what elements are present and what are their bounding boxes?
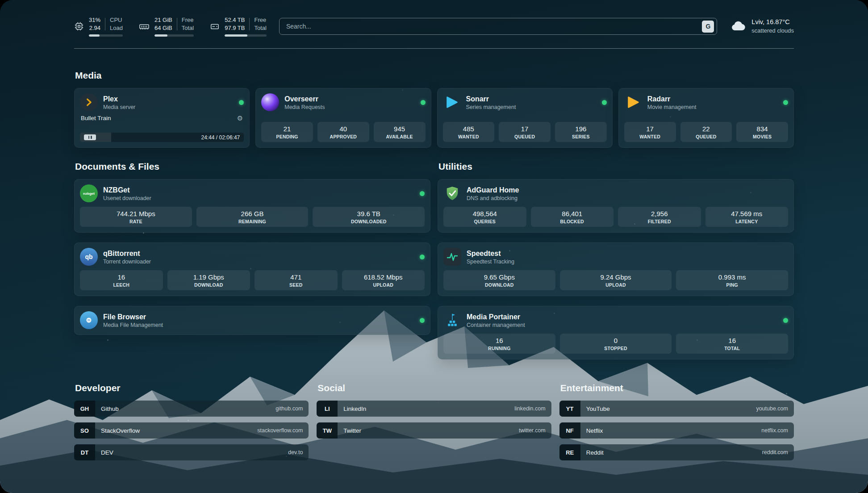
- card-title: qBittorrent: [103, 249, 151, 258]
- filebrowser-icon: [80, 311, 98, 329]
- weather-location: Lviv, 16.87°C: [751, 17, 794, 27]
- card-title: Plex: [103, 95, 135, 104]
- plex-card-header: Plex Media server: [80, 93, 244, 111]
- search-input[interactable]: [286, 23, 702, 30]
- sonarr-card[interactable]: Sonarr Series management 485 WANTED 17 Q…: [437, 88, 613, 148]
- qbittorrent-icon-text: qb: [85, 253, 92, 260]
- disk-widget-text: 52.4 TB 97.9 TB Free Total: [225, 16, 267, 32]
- weather-condition: scattered clouds: [751, 27, 794, 35]
- widget-divider: [177, 18, 177, 30]
- nzbget-card[interactable]: nzbget NZBGet Usenet downloader 744.21 M…: [74, 179, 430, 233]
- media-section: Media Plex Media server: [74, 70, 794, 148]
- cpu-label: CPU: [110, 16, 123, 24]
- overseerr-icon: [261, 93, 279, 111]
- card-title: Sonarr: [466, 95, 516, 104]
- bookmark-netflix[interactable]: NF Netflix netflix.com: [559, 422, 794, 439]
- bookmark-domain: youtube.com: [756, 405, 788, 412]
- sonarr-card-header: Sonarr Series management: [443, 93, 607, 111]
- stat-remaining: 266 GB REMAINING: [196, 207, 309, 227]
- header-bar: 31% 2.94 CPU Load: [74, 0, 794, 37]
- dashboard-screen: 31% 2.94 CPU Load: [0, 0, 868, 493]
- stat-latency: 47.569 ms LATENCY: [705, 207, 789, 227]
- bookmark-name: StackOverflow: [101, 427, 140, 434]
- qbittorrent-stats: 16 LEECH 1.19 Gbps DOWNLOAD 471 SEED: [80, 266, 425, 290]
- plex-card[interactable]: Plex Media server Bullet Train ⚙ 24:44 /…: [74, 88, 250, 148]
- stat-queued: 17 QUEUED: [499, 122, 551, 142]
- stat-rate: 744.21 Mbps RATE: [80, 207, 192, 227]
- bookmark-reddit[interactable]: RE Reddit reddit.com: [559, 444, 794, 460]
- memory-widget: 21 GiB 64 GiB Free Total: [139, 16, 194, 37]
- memory-progress-track: [154, 34, 194, 37]
- speedtest-card[interactable]: Speedtest Speedtest Tracking 9.65 Gbps D…: [438, 242, 794, 296]
- bookmark-domain: twitter.com: [519, 427, 546, 434]
- utilities-cards: AdGuard Home DNS and adblocking 498,564 …: [438, 179, 794, 359]
- cloud-icon: [730, 17, 746, 35]
- radarr-card[interactable]: Radarr Movie management 17 WANTED 22 QUE…: [618, 88, 794, 148]
- overseerr-card-header: Overseerr Media Requests: [261, 93, 425, 111]
- qbittorrent-card[interactable]: qb qBittorrent Torrent downloader 16: [74, 242, 430, 296]
- bookmark-stackoverflow[interactable]: SO StackOverflow stackoverflow.com: [74, 422, 309, 439]
- now-playing-row: Bullet Train ⚙: [81, 115, 243, 121]
- stat-wanted: 485 WANTED: [443, 122, 495, 142]
- qbittorrent-card-header: qb qBittorrent Torrent downloader: [80, 248, 425, 266]
- portainer-card[interactable]: Media Portainer Container management 16 …: [438, 306, 794, 359]
- bookmark-twitter[interactable]: TW Twitter twitter.com: [317, 422, 551, 439]
- disk-free-value: 52.4 TB: [225, 16, 245, 24]
- bookmark-domain: dev.to: [288, 449, 303, 455]
- search-bar[interactable]: G: [279, 18, 717, 35]
- social-group-title: Social: [317, 383, 551, 393]
- entertainment-group-title: Entertainment: [560, 383, 794, 393]
- cpu-progress-fill: [89, 34, 100, 37]
- stat-stopped: 0 STOPPED: [560, 334, 672, 354]
- status-online-dot: [420, 318, 425, 323]
- bookmark-abbr: RE: [559, 444, 580, 460]
- bookmark-linkedin[interactable]: LI LinkedIn linkedin.com: [317, 401, 551, 417]
- gear-icon[interactable]: ⚙: [237, 115, 243, 121]
- bookmark-name: Github: [101, 405, 119, 412]
- overseerr-stats: 21 PENDING 40 APPROVED 945 AVAILABLE: [261, 117, 425, 142]
- documents-cards: nzbget NZBGet Usenet downloader 744.21 M…: [74, 179, 430, 335]
- disk-values: 52.4 TB 97.9 TB: [225, 16, 245, 32]
- adguard-card[interactable]: AdGuard Home DNS and adblocking 498,564 …: [438, 179, 794, 233]
- speedtest-card-header: Speedtest Speedtest Tracking: [443, 248, 788, 266]
- radarr-stats: 17 WANTED 22 QUEUED 834 MOVIES: [624, 117, 788, 142]
- filebrowser-card[interactable]: File Browser Media File Management: [74, 306, 430, 335]
- playback-progress-bar[interactable]: 24:44 / 02:06:47: [80, 133, 244, 142]
- speedtest-icon: [443, 248, 461, 266]
- status-online-dot: [239, 100, 244, 105]
- stat-upload: 9.24 Gbps UPLOAD: [560, 270, 672, 290]
- bookmark-abbr: YT: [559, 401, 580, 417]
- bookmark-dev[interactable]: DT DEV dev.to: [74, 444, 309, 460]
- stat-leech: 16 LEECH: [80, 270, 163, 290]
- card-title: Overseerr: [284, 95, 325, 104]
- search-provider-button[interactable]: G: [702, 21, 714, 33]
- bookmark-name: LinkedIn: [343, 405, 366, 412]
- memory-widget-body: 21 GiB 64 GiB Free Total: [154, 16, 194, 37]
- overseerr-card[interactable]: Overseerr Media Requests 21 PENDING 40 A…: [255, 88, 431, 148]
- disk-total-value: 97.9 TB: [225, 24, 245, 32]
- memory-total-value: 64 GiB: [154, 24, 172, 32]
- media-section-title: Media: [75, 70, 794, 81]
- status-online-dot: [602, 100, 607, 105]
- memory-icon: [139, 21, 150, 31]
- memory-labels: Free Total: [182, 16, 194, 32]
- filebrowser-card-header: File Browser Media File Management: [80, 311, 425, 329]
- weather-widget: Lviv, 16.87°C scattered clouds: [730, 17, 794, 35]
- bookmark-name: Twitter: [343, 427, 361, 434]
- free-label: Free: [254, 16, 266, 24]
- plex-titles: Plex Media server: [103, 95, 135, 110]
- disk-widget-body: 52.4 TB 97.9 TB Free Total: [225, 16, 267, 37]
- utilities-section-title: Utilities: [438, 161, 794, 172]
- cpu-widget-body: 31% 2.94 CPU Load: [89, 16, 123, 37]
- sonarr-stats: 485 WANTED 17 QUEUED 196 SERIES: [443, 117, 607, 142]
- pause-button[interactable]: [84, 134, 96, 140]
- bookmark-github[interactable]: GH Github github.com: [74, 401, 309, 417]
- card-title: NZBGet: [103, 186, 151, 195]
- bookmark-youtube[interactable]: YT YouTube youtube.com: [559, 401, 794, 417]
- bookmark-domain: github.com: [275, 405, 303, 412]
- developer-group-title: Developer: [75, 383, 309, 393]
- card-title: Speedtest: [467, 249, 514, 258]
- bookmark-abbr: GH: [74, 401, 95, 417]
- card-subtitle: DNS and adblocking: [467, 195, 519, 201]
- card-title: File Browser: [103, 313, 163, 322]
